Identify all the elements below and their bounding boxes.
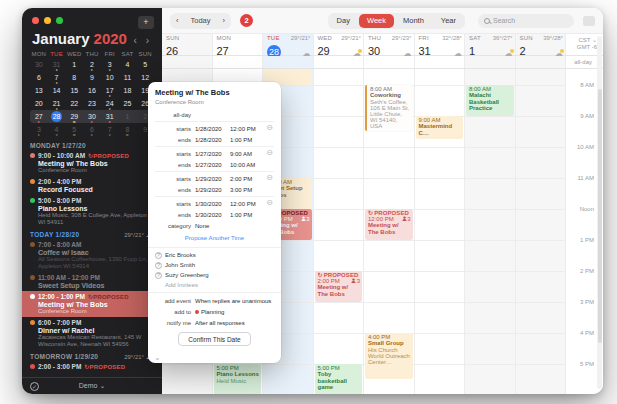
mini-cal-day[interactable]: 4 — [119, 58, 137, 71]
category-value[interactable]: None — [195, 223, 209, 229]
prev-month-icon[interactable]: ‹ — [131, 35, 140, 46]
next-period-button[interactable]: › — [217, 13, 232, 29]
mini-cal-day[interactable]: 3 — [101, 58, 119, 71]
event-chip[interactable]: 5:00 PMToby basketball game — [315, 364, 363, 395]
view-tab-month[interactable]: Month — [395, 14, 432, 28]
event-chip[interactable]: 9:00 AMMastermind C… — [416, 116, 464, 139]
timezone-label[interactable]: CST ⌄ GMT -6 — [577, 37, 597, 51]
all-day-cell[interactable] — [162, 56, 213, 68]
mini-cal-day[interactable]: 11 — [119, 71, 137, 84]
mini-cal-day[interactable]: 24 — [101, 97, 119, 110]
all-day-cell[interactable] — [516, 56, 567, 68]
event-chip[interactable]: 4:00 PMSmall GroupHis Church World Outre… — [365, 333, 413, 380]
mini-cal-day[interactable]: 27 — [30, 110, 48, 123]
end-time-field[interactable]: 10:00 AM — [230, 162, 255, 168]
day-header-wed-29[interactable]: WED2929°/21°☁ — [314, 34, 365, 55]
propose-another-time-link[interactable]: Propose Another Time — [155, 234, 274, 243]
mini-cal-day[interactable]: 8 — [119, 123, 137, 136]
search-field[interactable]: Search — [478, 14, 574, 28]
notification-badge[interactable]: 2 — [240, 14, 253, 27]
mini-cal-day[interactable]: 7 — [101, 123, 119, 136]
mini-cal-day[interactable]: 31 — [101, 110, 119, 123]
mini-cal-day[interactable]: 22 — [65, 97, 83, 110]
view-tab-day[interactable]: Day — [329, 14, 358, 28]
remove-time-icon[interactable]: ⊖ — [266, 124, 273, 132]
day-header-mon-27[interactable]: MON27 — [213, 34, 264, 55]
all-day-cell[interactable] — [364, 56, 415, 68]
end-date-field[interactable]: 1/27/2020 — [195, 162, 230, 168]
mini-cal-day[interactable]: 6 — [30, 71, 48, 84]
mini-cal-day[interactable]: 13 — [30, 84, 48, 97]
minimize-window-icon[interactable] — [44, 17, 51, 24]
all-day-cell[interactable] — [314, 56, 365, 68]
start-time-field[interactable]: 12:00 PM — [230, 201, 256, 207]
view-tab-week[interactable]: Week — [359, 14, 394, 28]
end-time-field[interactable]: 3:00 PM — [230, 187, 252, 193]
scrollbar-thumb[interactable] — [598, 89, 602, 343]
agenda-event[interactable]: 2:00 - 3:00 PM↻PROPOSED — [22, 361, 162, 372]
all-day-cell[interactable] — [213, 56, 264, 68]
mini-cal-day[interactable]: 28 — [48, 110, 66, 123]
calendar-set-selector[interactable]: Demo ⌄ — [39, 382, 145, 390]
agenda-event[interactable]: 6:00 - 7:00 PMDinner w/ RachelZacatecas … — [22, 317, 162, 350]
day-column-29[interactable] — [314, 69, 365, 394]
agenda-event[interactable]: 2:00 - 4:00 PMRecord Focused — [22, 176, 162, 195]
mini-cal-day[interactable]: 3 — [30, 123, 48, 136]
mini-cal-day[interactable]: 7 — [48, 71, 66, 84]
agenda-event[interactable]: 5:00 - 8:00 PMPiano LessonsHeid Music, 3… — [22, 195, 162, 228]
mini-cal-day[interactable]: 31 — [48, 58, 66, 71]
event-chip[interactable]: 8:00 AMCoworkingSeth's Coffee, 106 E Mai… — [365, 85, 413, 132]
start-date-field[interactable]: 1/29/2020 — [195, 176, 230, 182]
agenda-event[interactable]: 7:00 - 8:00 AMCoffee w/ IsaacAll Seasons… — [22, 239, 162, 272]
today-button[interactable]: Today — [185, 13, 217, 29]
start-date-field[interactable]: 1/27/2020 — [195, 151, 230, 157]
notify-me-value[interactable]: After all responses — [195, 320, 245, 326]
prev-period-button[interactable]: ‹ — [170, 13, 185, 29]
mini-cal-day[interactable]: 9 — [83, 71, 101, 84]
day-header-sun-2[interactable]: SUN239°/28°☁ — [516, 34, 567, 55]
popup-chevron-down-icon[interactable]: ⌄ — [154, 353, 161, 362]
add-event-value[interactable]: When replies are unanimous — [195, 298, 271, 304]
end-date-field[interactable]: 1/30/2020 — [195, 212, 230, 218]
event-chip[interactable]: 5:00 PMPiano LessonsHeid Music — [214, 364, 262, 395]
day-header-thu-30[interactable]: THU3029°/23°☁ — [364, 34, 415, 55]
calendar-set-check-icon[interactable]: ✓ — [30, 382, 39, 391]
agenda-event[interactable]: 9:00 - 10:00 AM↻PROPOSEDMeeting w/ The B… — [22, 150, 162, 176]
end-date-field[interactable]: 1/29/2020 — [195, 187, 230, 193]
mini-cal-day[interactable]: 10 — [101, 71, 119, 84]
start-time-field[interactable]: 2:00 PM — [230, 176, 252, 182]
remove-time-icon[interactable]: ⊖ — [266, 199, 273, 207]
confirm-this-date-button[interactable]: Confirm This Date — [178, 332, 250, 346]
day-header-sun-26[interactable]: SUN26 — [162, 34, 213, 55]
all-day-cell[interactable] — [415, 56, 466, 68]
mini-cal-day[interactable]: 1 — [65, 58, 83, 71]
mini-cal-day[interactable]: 30 — [30, 58, 48, 71]
mini-cal-day[interactable]: 25 — [119, 97, 137, 110]
agenda-event[interactable]: 12:00 - 1:00 PM↻PROPOSEDMeeting w/ The B… — [22, 291, 162, 317]
event-chip[interactable]: 8:00 AMMalachi Basketball Practice — [466, 85, 514, 116]
settings-icon[interactable] — [583, 16, 595, 26]
start-time-field[interactable]: 12:00 PM — [230, 126, 256, 132]
event-chip[interactable]: ↻PROPOSED2:00 PM3Meeting w/ The Bobs — [315, 271, 363, 302]
new-event-button[interactable]: + — [138, 16, 154, 29]
add-invitees-field[interactable]: Add Invitees — [155, 280, 274, 290]
end-date-field[interactable]: 1/28/2020 — [195, 137, 230, 143]
mini-cal-day[interactable]: 5 — [136, 58, 154, 71]
mini-cal-day[interactable]: 15 — [65, 84, 83, 97]
mini-cal-day[interactable]: 20 — [30, 97, 48, 110]
agenda-event[interactable]: 11:00 AM - 12:00 PMSweet Setup Videos — [22, 272, 162, 291]
day-header-fri-31[interactable]: FRI3132°/28°☁ — [415, 34, 466, 55]
remove-time-icon[interactable]: ⊖ — [266, 149, 273, 157]
scrollbar[interactable] — [597, 36, 602, 389]
all-day-cell[interactable] — [263, 56, 314, 68]
close-window-icon[interactable] — [32, 17, 39, 24]
day-header-sat-1[interactable]: SAT136°/27°☁ — [465, 34, 516, 55]
event-chip[interactable]: ↻PROPOSED12:00 PM3Meeting w/ The Bobs — [365, 209, 413, 240]
day-header-tue-28[interactable]: TUE2829°/21°☁ — [263, 34, 314, 55]
mini-cal-day[interactable]: 5 — [65, 123, 83, 136]
mini-cal-day[interactable]: 2 — [83, 58, 101, 71]
zoom-window-icon[interactable] — [56, 17, 63, 24]
start-time-field[interactable]: 9:00 AM — [230, 151, 252, 157]
mini-cal-day[interactable]: 6 — [83, 123, 101, 136]
day-column-1[interactable] — [465, 69, 516, 394]
